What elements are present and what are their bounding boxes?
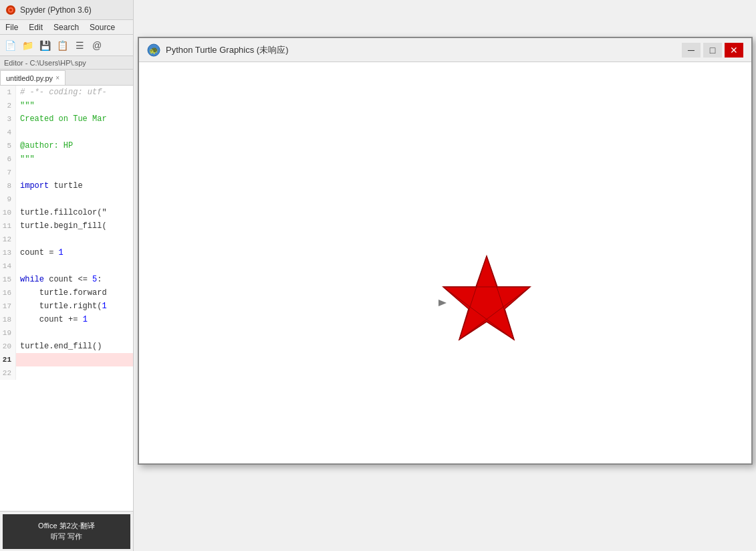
code-line-8: 8 import turtle <box>0 179 133 193</box>
turtle-maximize-button[interactable]: □ <box>703 43 722 58</box>
code-line-13: 13 count = 1 <box>0 246 133 259</box>
tab-close-button[interactable]: × <box>55 74 59 82</box>
code-line-14: 14 <box>0 259 133 273</box>
svg-text:🐢: 🐢 <box>149 45 158 55</box>
code-editor[interactable]: 1 # -*- coding: utf- 2 """ 3 Created on … <box>0 86 133 511</box>
spyder-panel: Spyder (Python 3.6) File Edit Search Sou… <box>0 0 134 551</box>
code-line-1: 1 # -*- coding: utf- <box>0 86 133 99</box>
code-line-22: 22 <box>0 366 133 380</box>
menu-edit[interactable]: Edit <box>26 21 45 33</box>
spyder-toolbar: 📄 📁 💾 📋 ☰ @ <box>0 35 133 56</box>
spyder-title: Spyder (Python 3.6) <box>20 5 92 15</box>
code-line-10: 10 turtle.fillcolor(" <box>0 206 133 219</box>
menu-search[interactable]: Search <box>51 21 82 33</box>
code-line-11: 11 turtle.begin_fill( <box>0 219 133 233</box>
turtle-canvas <box>139 62 751 463</box>
file-tab[interactable]: untitled0.py.py × <box>0 70 66 85</box>
turtle-graphics-window: 🐢 Python Turtle Graphics (未响应) ─ □ ✕ <box>138 37 753 465</box>
copy-button[interactable]: 📋 <box>55 38 70 53</box>
spyder-menubar: File Edit Search Source <box>0 20 133 35</box>
turtle-window-buttons: ─ □ ✕ <box>682 43 743 58</box>
turtle-titlebar: 🐢 Python Turtle Graphics (未响应) ─ □ ✕ <box>139 38 751 62</box>
turtle-close-button[interactable]: ✕ <box>725 43 743 58</box>
turtle-minimize-button[interactable]: ─ <box>682 43 701 58</box>
new-file-button[interactable]: 📄 <box>3 38 17 53</box>
at-button[interactable]: @ <box>90 38 104 53</box>
code-line-17: 17 turtle.right(1 <box>0 300 133 313</box>
code-line-21: 21 <box>0 353 133 366</box>
spyder-app-icon <box>5 5 16 15</box>
status-bar: Office 第2次·翻译听写 写作 <box>0 511 133 551</box>
code-line-16: 16 turtle.forward <box>0 286 133 300</box>
open-file-button[interactable]: 📁 <box>20 38 35 53</box>
code-line-3: 3 Created on Tue Mar <box>0 112 133 126</box>
code-line-6: 6 """ <box>0 152 133 166</box>
code-line-5: 5 @author: HP <box>0 139 133 152</box>
code-line-15: 15 while count <= 5: <box>0 273 133 286</box>
code-line-9: 9 <box>0 193 133 206</box>
code-line-7: 7 <box>0 166 133 179</box>
status-image: Office 第2次·翻译听写 写作 <box>3 514 130 549</box>
code-line-4: 4 <box>0 126 133 139</box>
editor-path: Editor - C:\Users\HP\.spy <box>0 56 133 70</box>
tab-bar: untitled0.py.py × <box>0 70 133 86</box>
star-svg <box>433 249 540 356</box>
turtle-star-drawing <box>433 249 540 358</box>
code-line-19: 19 <box>0 326 133 340</box>
turtle-window-title: Python Turtle Graphics (未响应) <box>166 44 682 56</box>
svg-marker-11 <box>438 300 447 306</box>
spyder-titlebar: Spyder (Python 3.6) <box>0 0 133 20</box>
svg-point-2 <box>9 9 12 11</box>
svg-marker-5 <box>443 256 530 340</box>
save-file-button[interactable]: 💾 <box>37 38 52 53</box>
code-line-18: 18 count += 1 <box>0 313 133 326</box>
code-line-12: 12 <box>0 233 133 246</box>
menu-file[interactable]: File <box>3 21 21 33</box>
list-button[interactable]: ☰ <box>72 38 87 53</box>
code-line-2: 2 """ <box>0 99 133 112</box>
status-text: Office 第2次·翻译听写 写作 <box>38 521 95 542</box>
menu-source[interactable]: Source <box>87 21 118 33</box>
code-line-20: 20 turtle.end_fill() <box>0 340 133 353</box>
turtle-app-icon: 🐢 <box>147 43 160 57</box>
